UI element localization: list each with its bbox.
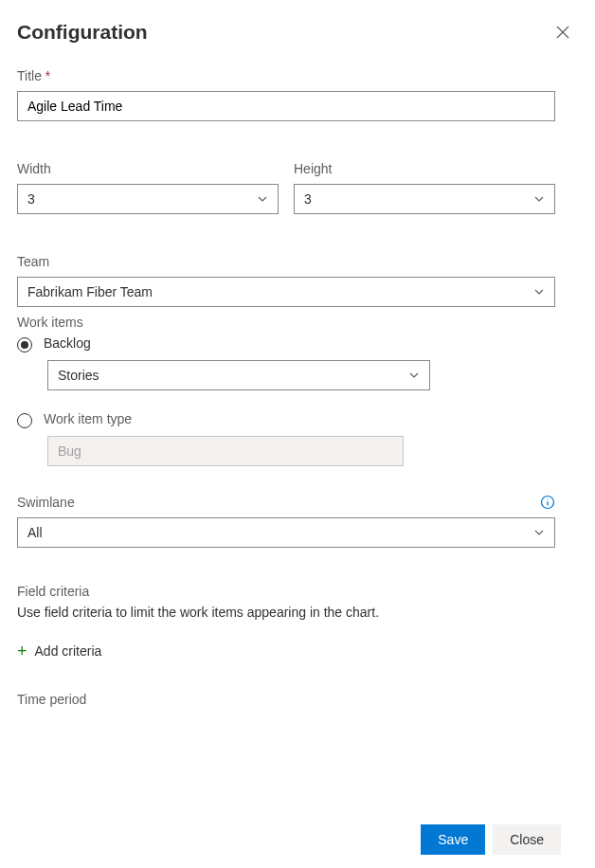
title-input[interactable] — [17, 91, 555, 121]
height-value: 3 — [304, 191, 312, 207]
close-icon — [556, 26, 569, 39]
time-period-label: Time period — [17, 692, 555, 707]
swimlane-select[interactable]: All — [17, 517, 555, 548]
work-item-type-value: Bug — [58, 443, 81, 459]
chevron-down-icon — [533, 286, 545, 298]
close-button[interactable] — [548, 17, 578, 47]
height-select[interactable]: 3 — [294, 184, 555, 214]
add-criteria-label: Add criteria — [35, 643, 102, 659]
add-criteria-button[interactable]: + Add criteria — [17, 639, 555, 663]
info-icon[interactable] — [540, 495, 555, 510]
work-item-type-radio-label: Work item type — [44, 411, 132, 426]
backlog-radio-label: Backlog — [44, 335, 91, 351]
backlog-radio[interactable] — [17, 337, 32, 353]
team-select[interactable]: Fabrikam Fiber Team — [17, 277, 555, 307]
backlog-select[interactable]: Stories — [47, 360, 430, 390]
work-item-type-radio[interactable] — [17, 413, 32, 428]
chevron-down-icon — [533, 527, 545, 538]
backlog-value: Stories — [58, 368, 99, 383]
close-footer-button[interactable]: Close — [493, 824, 561, 855]
chevron-down-icon — [408, 370, 420, 381]
panel-title: Configuration — [17, 21, 148, 44]
plus-icon: + — [17, 642, 27, 660]
field-criteria-helper: Use field criteria to limit the work ite… — [17, 605, 555, 620]
chevron-down-icon — [257, 193, 268, 205]
swimlane-value: All — [27, 525, 43, 540]
save-button[interactable]: Save — [421, 824, 485, 855]
work-item-type-select: Bug — [47, 436, 404, 466]
swimlane-label: Swimlane — [17, 495, 75, 510]
width-label: Width — [17, 161, 279, 176]
field-criteria-label: Field criteria — [17, 584, 555, 599]
svg-point-4 — [547, 498, 548, 499]
width-select[interactable]: 3 — [17, 184, 279, 214]
title-label: Title — [17, 68, 555, 83]
work-items-label: Work items — [17, 315, 555, 330]
team-value: Fabrikam Fiber Team — [27, 284, 153, 299]
height-label: Height — [294, 161, 555, 176]
width-value: 3 — [27, 191, 35, 207]
chevron-down-icon — [533, 193, 545, 205]
team-label: Team — [17, 254, 555, 269]
